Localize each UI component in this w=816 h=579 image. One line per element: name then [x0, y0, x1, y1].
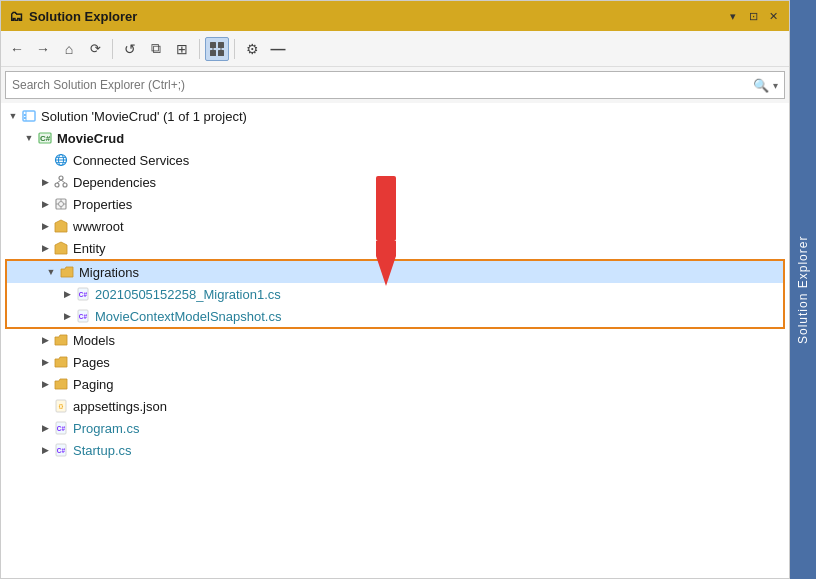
connected-services-icon	[53, 152, 69, 168]
paging-icon	[53, 376, 69, 392]
snapshot-label: MovieContextModelSnapshot.cs	[95, 309, 281, 324]
toolbar: ← → ⌂ ⟳ ↺ ⧉ ⊞ ⚙ —	[1, 31, 789, 67]
project-expand[interactable]	[21, 130, 37, 146]
svg-point-18	[55, 183, 59, 187]
search-input[interactable]	[12, 78, 749, 92]
models-icon	[53, 332, 69, 348]
program-label: Program.cs	[73, 421, 139, 436]
dependencies-label: Dependencies	[73, 175, 156, 190]
side-tab-label: Solution Explorer	[796, 235, 810, 343]
svg-rect-1	[218, 42, 224, 48]
dependencies-expand[interactable]	[37, 174, 53, 190]
properties-icon	[53, 196, 69, 212]
startup-row[interactable]: C# Startup.cs	[1, 439, 789, 461]
search-bar: 🔍 ▾	[5, 71, 785, 99]
snapshot-icon: C#	[75, 308, 91, 324]
paging-label: Paging	[73, 377, 113, 392]
dependencies-row[interactable]: Dependencies	[1, 171, 789, 193]
wwwroot-label: wwwroot	[73, 219, 124, 234]
pin-button[interactable]: ▾	[725, 8, 741, 24]
copy-button[interactable]: ⧉	[144, 37, 168, 61]
models-row[interactable]: Models	[1, 329, 789, 351]
snapshot-expand[interactable]	[59, 308, 75, 324]
minimize-button[interactable]: —	[266, 37, 290, 61]
project-row[interactable]: C# MovieCrud	[1, 127, 789, 149]
svg-rect-2	[210, 50, 216, 56]
forward-button[interactable]: →	[31, 37, 55, 61]
tree-view-button[interactable]	[205, 37, 229, 61]
solution-expand[interactable]	[5, 108, 21, 124]
migrations-icon	[59, 264, 75, 280]
pages-label: Pages	[73, 355, 110, 370]
wwwroot-icon	[53, 218, 69, 234]
back-button[interactable]: ←	[5, 37, 29, 61]
search-dropdown-icon[interactable]: ▾	[773, 80, 778, 91]
migrations-group: Migrations C# 20210505152258_Migration1.…	[5, 259, 785, 329]
wwwroot-row[interactable]: wwwroot	[1, 215, 789, 237]
svg-line-21	[61, 180, 65, 183]
program-expand[interactable]	[37, 420, 53, 436]
float-button[interactable]: ⊡	[745, 8, 761, 24]
svg-text:C#: C#	[57, 425, 66, 432]
project-icon: C#	[37, 130, 53, 146]
models-expand[interactable]	[37, 332, 53, 348]
pages-expand[interactable]	[37, 354, 53, 370]
svg-rect-3	[218, 50, 224, 56]
models-label: Models	[73, 333, 115, 348]
search-icon: 🔍	[753, 78, 769, 93]
appsettings-icon: {}	[53, 398, 69, 414]
properties-label: Properties	[73, 197, 132, 212]
pages-row[interactable]: Pages	[1, 351, 789, 373]
solution-explorer-panel: 🗂 Solution Explorer ▾ ⊡ ✕ ← → ⌂ ⟳ ↺ ⧉ ⊞	[0, 0, 790, 579]
connected-services-row[interactable]: Connected Services	[1, 149, 789, 171]
entity-expand[interactable]	[37, 240, 53, 256]
snapshot-row[interactable]: C# MovieContextModelSnapshot.cs	[7, 305, 783, 327]
project-label: MovieCrud	[57, 131, 124, 146]
sync-button[interactable]: ⟳	[83, 37, 107, 61]
home-button[interactable]: ⌂	[57, 37, 81, 61]
side-tab[interactable]: Solution Explorer	[790, 0, 816, 579]
svg-rect-9	[24, 117, 26, 119]
title-bar-right: ▾ ⊡ ✕	[725, 8, 781, 24]
paging-expand[interactable]	[37, 376, 53, 392]
migration1-label: 20210505152258_Migration1.cs	[95, 287, 281, 302]
startup-label: Startup.cs	[73, 443, 132, 458]
settings-button[interactable]: ⚙	[240, 37, 264, 61]
migrations-label: Migrations	[79, 265, 139, 280]
appsettings-row[interactable]: {} appsettings.json	[1, 395, 789, 417]
close-button[interactable]: ✕	[765, 8, 781, 24]
tree-area: Solution 'MovieCrud' (1 of 1 project) C#…	[1, 103, 789, 578]
svg-text:C#: C#	[79, 291, 88, 298]
entity-icon	[53, 240, 69, 256]
entity-label: Entity	[73, 241, 106, 256]
properties-row[interactable]: Properties	[1, 193, 789, 215]
program-icon: C#	[53, 420, 69, 436]
entity-row[interactable]: Entity	[1, 237, 789, 259]
connected-services-label: Connected Services	[73, 153, 189, 168]
svg-text:C#: C#	[79, 313, 88, 320]
toolbar-sep1	[112, 39, 113, 59]
paste-button[interactable]: ⊞	[170, 37, 194, 61]
properties-expand[interactable]	[37, 196, 53, 212]
svg-point-19	[63, 183, 67, 187]
title-bar-left: 🗂 Solution Explorer	[9, 8, 137, 24]
solution-label: Solution 'MovieCrud' (1 of 1 project)	[41, 109, 247, 124]
tree-view-icon	[209, 41, 225, 57]
wwwroot-expand[interactable]	[37, 218, 53, 234]
program-row[interactable]: C# Program.cs	[1, 417, 789, 439]
dependencies-icon	[53, 174, 69, 190]
solution-explorer-icon: 🗂	[9, 8, 23, 24]
startup-icon: C#	[53, 442, 69, 458]
svg-rect-8	[24, 114, 26, 116]
migration1-icon: C#	[75, 286, 91, 302]
appsettings-label: appsettings.json	[73, 399, 167, 414]
paging-row[interactable]: Paging	[1, 373, 789, 395]
title-bar: 🗂 Solution Explorer ▾ ⊡ ✕	[1, 1, 789, 31]
migrations-row[interactable]: Migrations	[7, 261, 783, 283]
refresh-button[interactable]: ↺	[118, 37, 142, 61]
migrations-expand[interactable]	[43, 264, 59, 280]
migration1-expand[interactable]	[59, 286, 75, 302]
startup-expand[interactable]	[37, 442, 53, 458]
migration1-row[interactable]: C# 20210505152258_Migration1.cs	[7, 283, 783, 305]
solution-row[interactable]: Solution 'MovieCrud' (1 of 1 project)	[1, 105, 789, 127]
